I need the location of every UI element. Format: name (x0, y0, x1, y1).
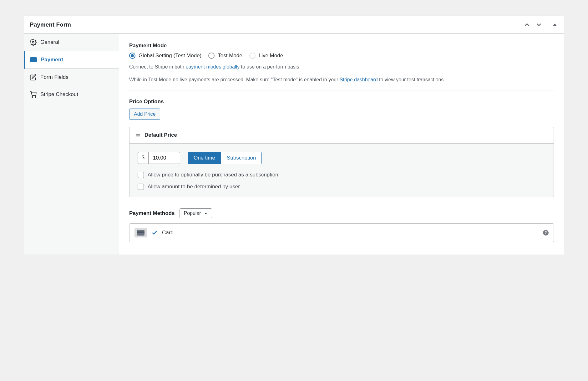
payment-method-card[interactable]: Card ? (129, 223, 554, 242)
price-row: $ One time Subscription (138, 152, 545, 164)
payment-mode-help: Connect to Stripe in both payment modes … (129, 63, 554, 71)
svg-rect-10 (137, 231, 144, 233)
chevron-down-icon (535, 21, 543, 28)
svg-point-1 (32, 41, 34, 43)
sidebar: General Payment Form Fields Stripe Check… (24, 34, 119, 255)
price-card-header[interactable]: Default Price (129, 127, 554, 143)
sidebar-item-general[interactable]: General (24, 34, 119, 51)
radio-icon (249, 53, 256, 59)
divider (129, 90, 554, 90)
payment-mode-note: While in Test Mode no live payments are … (129, 76, 554, 84)
payment-mode-radio-row: Global Setting (Test Mode) Test Mode Liv… (129, 53, 554, 59)
radio-test-mode[interactable]: Test Mode (208, 53, 242, 59)
checkbox-user-amount[interactable]: Allow amount to be determined by user (138, 184, 545, 190)
card-icon (30, 56, 37, 64)
toggle-one-time[interactable]: One time (188, 152, 221, 164)
price-input-group: $ (138, 152, 180, 164)
price-card-title: Default Price (144, 132, 177, 138)
sidebar-item-label: Payment (41, 57, 63, 63)
chevron-down-icon (204, 211, 208, 216)
radio-label: Global Setting (Test Mode) (139, 53, 201, 59)
checkbox-icon (138, 172, 144, 178)
svg-marker-0 (553, 23, 557, 26)
stripe-dashboard-link[interactable]: Stripe dashboard (340, 77, 378, 82)
sidebar-item-payment[interactable]: Payment (24, 51, 119, 69)
edit-icon (30, 74, 37, 81)
method-label: Card (162, 230, 539, 236)
radio-icon (208, 53, 215, 59)
price-options-heading: Price Options (129, 99, 554, 105)
toggle-subscription[interactable]: Subscription (221, 152, 262, 164)
gear-icon (30, 39, 37, 46)
card-method-icon (134, 228, 147, 237)
radio-label: Live Mode (259, 53, 283, 59)
radio-global-setting[interactable]: Global Setting (Test Mode) (129, 53, 201, 59)
panel-body: General Payment Form Fields Stripe Check… (24, 34, 564, 255)
payment-form-panel: Payment Form General Payment (24, 16, 564, 255)
payment-methods-filter[interactable]: Popular (180, 208, 212, 218)
price-amount-input[interactable] (149, 152, 180, 164)
sidebar-item-label: Form Fields (40, 74, 68, 80)
svg-point-4 (32, 97, 33, 98)
triangle-up-icon (553, 23, 557, 27)
sidebar-item-stripe-checkout[interactable]: Stripe Checkout (24, 86, 119, 103)
checkbox-icon (138, 184, 144, 190)
radio-label: Test Mode (218, 53, 242, 59)
billing-toggle: One time Subscription (188, 152, 262, 164)
panel-header-actions (522, 20, 558, 29)
panel-header: Payment Form (24, 16, 564, 34)
default-price-card: Default Price $ One time Subscription (129, 127, 554, 197)
svg-rect-2 (30, 58, 37, 62)
cart-icon (30, 91, 37, 98)
radio-live-mode[interactable]: Live Mode (249, 53, 283, 59)
help-icon[interactable]: ? (543, 230, 549, 236)
content: Payment Mode Global Setting (Test Mode) … (119, 34, 564, 255)
collapse-button[interactable] (551, 22, 558, 28)
checkbox-label: Allow price to optionally be purchased a… (148, 172, 278, 178)
svg-point-5 (35, 97, 36, 98)
payment-methods-header: Payment Methods Popular (129, 208, 554, 218)
currency-label: $ (138, 152, 149, 164)
checkbox-label: Allow amount to be determined by user (148, 184, 240, 190)
payment-mode-heading: Payment Mode (129, 43, 554, 49)
check-icon (151, 230, 158, 236)
price-card-body: $ One time Subscription Allow price to o… (129, 143, 554, 197)
panel-title: Payment Form (30, 21, 71, 28)
filter-label: Popular (184, 211, 201, 216)
drag-handle-icon (135, 132, 141, 138)
payment-methods-heading: Payment Methods (129, 210, 175, 216)
payment-modes-globally-link[interactable]: payment modes globally (186, 64, 240, 69)
sidebar-item-label: Stripe Checkout (40, 91, 78, 98)
add-price-button[interactable]: Add Price (129, 109, 160, 120)
sidebar-item-form-fields[interactable]: Form Fields (24, 69, 119, 86)
sidebar-item-label: General (40, 39, 59, 45)
move-down-button[interactable] (534, 20, 544, 29)
radio-icon (129, 53, 135, 59)
svg-rect-11 (138, 234, 140, 234)
checkbox-optional-subscription[interactable]: Allow price to optionally be purchased a… (138, 172, 545, 178)
move-up-button[interactable] (522, 20, 532, 29)
chevron-up-icon (523, 21, 531, 28)
